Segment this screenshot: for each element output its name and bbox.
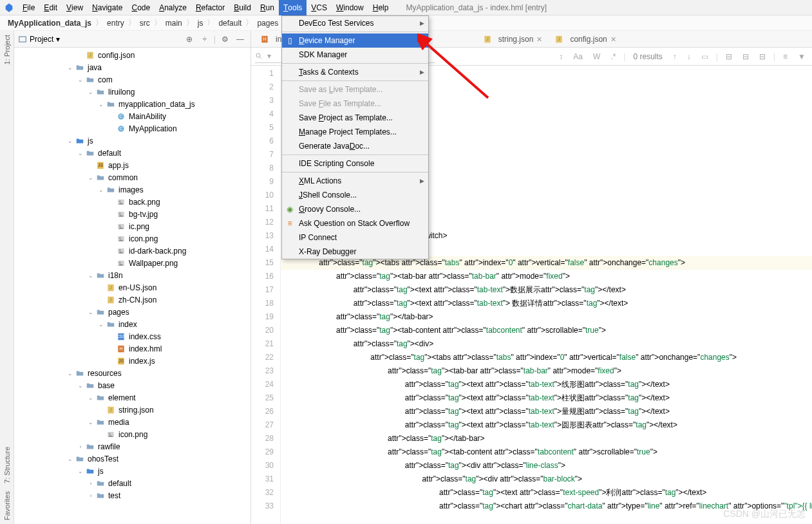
- menu-item[interactable]: Generate JavaDoc...: [282, 139, 428, 153]
- menu-refactor[interactable]: Refactor: [191, 0, 229, 15]
- breadcrumb-segment[interactable]: pages: [254, 19, 281, 28]
- tree-node[interactable]: ⌄pages: [14, 306, 250, 318]
- tree-node[interactable]: ›default: [14, 477, 250, 489]
- tree-node[interactable]: id-dark-back.png: [14, 245, 250, 257]
- breadcrumb-segment[interactable]: MyApplication_data_js: [5, 19, 94, 28]
- tree-node[interactable]: Jen-US.json: [14, 281, 250, 294]
- menu-analyze[interactable]: Analyze: [155, 0, 191, 15]
- tree-node[interactable]: CMyApplication: [14, 122, 250, 135]
- regex-icon[interactable]: .*: [608, 52, 618, 61]
- tree-node[interactable]: ⌄liruilong: [14, 86, 250, 98]
- collapse-icon[interactable]: ÷: [198, 33, 211, 46]
- close-icon[interactable]: ✕: [610, 35, 616, 44]
- tree-node[interactable]: ic.png: [14, 220, 250, 232]
- tree-node[interactable]: icon.png: [14, 232, 250, 245]
- tree-node[interactable]: Jzh-CN.json: [14, 294, 250, 306]
- tree-node[interactable]: bg-tv.jpg: [14, 208, 250, 220]
- sidebar-tab-structure[interactable]: 7: Structure: [3, 443, 11, 487]
- menu-item[interactable]: ≡Ask Question on Stack Overflow: [282, 216, 428, 230]
- menu-item[interactable]: Manage Project Templates...: [282, 125, 428, 139]
- menu-edit[interactable]: Edit: [39, 0, 62, 15]
- menu-window[interactable]: Window: [332, 0, 368, 15]
- breadcrumb-segment[interactable]: default: [216, 19, 244, 28]
- select-occurrences-icon[interactable]: ⊟: [757, 52, 768, 61]
- breadcrumb-segment[interactable]: main: [163, 19, 185, 28]
- menu-item[interactable]: IP Connect: [282, 230, 428, 245]
- locate-icon[interactable]: ⊕: [183, 33, 196, 46]
- next-icon[interactable]: ↓: [685, 52, 694, 61]
- tree-node[interactable]: ⌄images: [14, 183, 250, 196]
- menu-item[interactable]: SDK Manager: [282, 48, 428, 62]
- menu-item[interactable]: ▯Device Manager: [282, 33, 428, 48]
- tree-node[interactable]: CSSindex.css: [14, 330, 250, 342]
- menu-item[interactable]: JShell Console...: [282, 188, 428, 202]
- tree-node[interactable]: ⌄ohosTest: [14, 453, 250, 465]
- tree-node[interactable]: ⌄com: [14, 73, 250, 86]
- filter-icon[interactable]: ≡: [780, 52, 790, 61]
- menu-tools[interactable]: Tools: [279, 0, 307, 15]
- prev-icon[interactable]: ↑: [670, 52, 679, 61]
- settings-icon[interactable]: ⚙: [218, 33, 231, 46]
- menu-run[interactable]: Run: [256, 0, 279, 15]
- menu-item[interactable]: IDE Scripting Console: [282, 156, 428, 171]
- tree-node[interactable]: CMainAbility: [14, 110, 250, 122]
- tree-node[interactable]: ⌄js: [14, 465, 250, 477]
- breadcrumb-segment[interactable]: js: [195, 19, 206, 28]
- menu-file[interactable]: File: [18, 0, 39, 15]
- tree-node[interactable]: ⌄resources: [14, 367, 250, 379]
- tree-node[interactable]: back.png: [14, 196, 250, 208]
- project-tree[interactable]: Jconfig.json⌄java⌄com⌄liruilong⌄myapplic…: [14, 48, 250, 524]
- menu-item[interactable]: ◉Groovy Console...: [282, 202, 428, 216]
- tree-node[interactable]: ⌄myapplication_data_js: [14, 98, 250, 110]
- editor-tab[interactable]: Jconfig.json✕: [548, 32, 621, 47]
- up-icon[interactable]: ↕: [556, 52, 565, 61]
- tree-node[interactable]: ⌄i18n: [14, 269, 250, 281]
- project-view-selector[interactable]: Project ▾: [18, 35, 60, 44]
- tree-node[interactable]: ⌄default: [14, 147, 250, 159]
- select-all-icon[interactable]: ▭: [699, 52, 711, 61]
- tree-node[interactable]: icon.png: [14, 428, 250, 440]
- tree-node[interactable]: ›test: [14, 489, 250, 501]
- sidebar-tab-project[interactable]: 1: Project: [3, 31, 11, 68]
- remove-selection-icon[interactable]: ⊟: [740, 52, 751, 61]
- menu-vcs[interactable]: VCS: [307, 0, 332, 15]
- close-icon[interactable]: ✕: [536, 35, 542, 44]
- editor-tab[interactable]: Jstring.json✕: [477, 32, 549, 47]
- folder-icon: [85, 75, 95, 85]
- tree-node[interactable]: Hindex.hml: [14, 342, 250, 355]
- menu-build[interactable]: Build: [229, 0, 256, 15]
- menu-help[interactable]: Help: [368, 0, 393, 15]
- menu-item[interactable]: XML Actions▶: [282, 174, 428, 188]
- tree-node[interactable]: JSapp.js: [14, 159, 250, 171]
- funnel-icon[interactable]: ▼: [795, 52, 808, 61]
- menubar: FileEditViewNavigateCodeAnalyzeRefactorB…: [0, 0, 812, 15]
- menu-item[interactable]: Tasks & Contexts▶: [282, 65, 428, 79]
- menu-view[interactable]: View: [62, 0, 88, 15]
- svg-point-20: [119, 261, 120, 263]
- tree-node[interactable]: Jstring.json: [14, 404, 250, 416]
- tree-node[interactable]: Wallpaper.png: [14, 257, 250, 269]
- menu-navigate[interactable]: Navigate: [88, 0, 127, 15]
- tree-node[interactable]: ⌄element: [14, 391, 250, 404]
- menu-item[interactable]: DevEco Test Services▶: [282, 16, 428, 30]
- word-icon[interactable]: W: [590, 52, 603, 61]
- tree-node[interactable]: ⌄index: [14, 318, 250, 330]
- tree-node[interactable]: ⌄js: [14, 135, 250, 147]
- tree-node[interactable]: ⌄media: [14, 416, 250, 428]
- hide-icon[interactable]: —: [234, 33, 247, 46]
- tree-node[interactable]: JSindex.js: [14, 355, 250, 367]
- add-selection-icon[interactable]: ⊟: [723, 52, 735, 61]
- sidebar-tab-favorites[interactable]: Favorites: [3, 487, 11, 524]
- tree-node[interactable]: ⌄java: [14, 61, 250, 73]
- menu-code[interactable]: Code: [127, 0, 155, 15]
- tree-node[interactable]: Jconfig.json: [14, 49, 250, 61]
- case-icon[interactable]: Aa: [571, 52, 585, 61]
- tree-node[interactable]: ›rawfile: [14, 440, 250, 453]
- menu-item[interactable]: Save Project as Template...: [282, 111, 428, 125]
- svg-point-14: [119, 225, 120, 226]
- menu-item[interactable]: X-Ray Debugger: [282, 245, 428, 259]
- tree-node[interactable]: ⌄base: [14, 379, 250, 391]
- breadcrumb-segment[interactable]: src: [137, 19, 153, 28]
- tree-node[interactable]: ⌄common: [14, 171, 250, 183]
- breadcrumb-segment[interactable]: entry: [104, 19, 127, 28]
